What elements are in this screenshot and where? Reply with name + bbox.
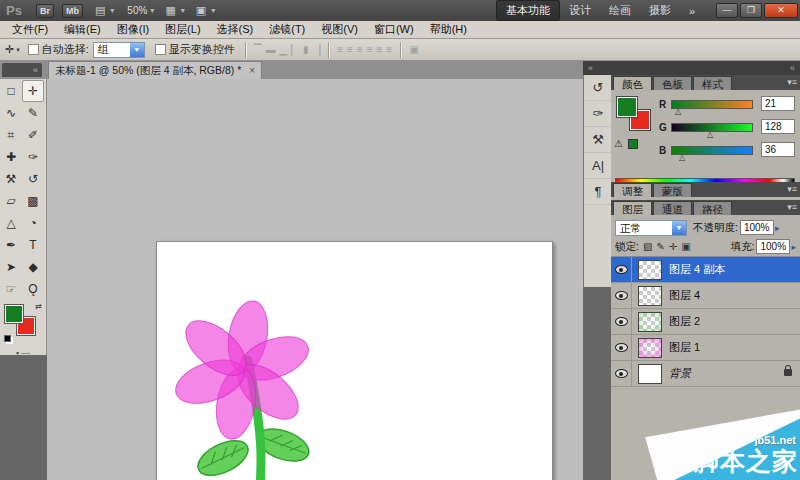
- bridge-icon[interactable]: Br: [36, 4, 54, 18]
- blend-mode-dropdown[interactable]: 正常 ▾: [615, 220, 687, 236]
- path-selection-tool[interactable]: ➤: [0, 256, 22, 278]
- blur-tool[interactable]: △: [0, 212, 22, 234]
- tab-layers[interactable]: 图层: [613, 201, 652, 215]
- restore-button[interactable]: ❐: [740, 3, 762, 18]
- tab-swatches[interactable]: 色板: [653, 76, 692, 90]
- chevron-down-icon[interactable]: ▾: [211, 6, 215, 15]
- screen-mode-icon[interactable]: ▣: [196, 4, 206, 17]
- chevron-down-icon[interactable]: ▾: [16, 46, 20, 54]
- menu-layer[interactable]: 图层(L): [157, 22, 208, 37]
- crop-tool[interactable]: ⌗: [0, 124, 22, 146]
- layer-row-layer4-copy[interactable]: 图层 4 副本: [611, 257, 800, 283]
- show-transform-checkbox[interactable]: [155, 44, 166, 55]
- workspace-design[interactable]: 设计: [560, 1, 600, 20]
- swap-colors-icon[interactable]: ⇄: [35, 302, 42, 311]
- menu-image[interactable]: 图像(I): [109, 22, 157, 37]
- view-extras-icon[interactable]: ▤: [95, 4, 105, 17]
- distribute-top-edges-icon[interactable]: ≡: [337, 44, 343, 55]
- layer-row-layer4[interactable]: 图层 4: [611, 283, 800, 309]
- minimize-button[interactable]: —: [716, 3, 738, 18]
- foreground-color-swatch[interactable]: [616, 96, 638, 118]
- fill-field[interactable]: 100%: [756, 239, 790, 254]
- distribute-horizontal-centers-icon[interactable]: ≡: [377, 44, 383, 55]
- chevron-down-icon[interactable]: ▾: [181, 6, 185, 15]
- chevron-down-icon[interactable]: ▾: [150, 6, 154, 15]
- hand-tool[interactable]: ☞: [0, 278, 22, 300]
- auto-select-checkbox[interactable]: [28, 44, 39, 55]
- workspace-photography[interactable]: 摄影: [640, 1, 680, 20]
- gamut-warning-icon[interactable]: ⚠: [614, 138, 623, 149]
- visibility-eye-icon[interactable]: [615, 317, 628, 326]
- visibility-eye-icon[interactable]: [615, 369, 628, 378]
- gamut-color-chip[interactable]: [628, 139, 638, 149]
- align-horizontal-centers-icon[interactable]: ▮: [303, 44, 309, 55]
- move-tool[interactable]: ✛: [22, 80, 44, 102]
- brush-panel-icon[interactable]: ✑: [584, 101, 612, 127]
- history-panel-icon[interactable]: ↺: [584, 75, 612, 101]
- red-slider[interactable]: [671, 100, 753, 109]
- visibility-eye-icon[interactable]: [615, 265, 628, 274]
- close-document-icon[interactable]: ×: [249, 65, 255, 76]
- workspace-essentials[interactable]: 基本功能: [496, 0, 560, 21]
- collapse-panels-icon[interactable]: «: [588, 63, 593, 73]
- layer-name[interactable]: 背景: [669, 366, 691, 381]
- green-slider-handle[interactable]: △: [707, 130, 713, 139]
- tab-channels[interactable]: 通道: [653, 201, 692, 215]
- paragraph-panel-icon[interactable]: ¶: [584, 179, 612, 205]
- menu-window[interactable]: 窗口(W): [366, 22, 422, 37]
- zoom-level[interactable]: 50%: [127, 5, 147, 16]
- tab-paths[interactable]: 路径: [693, 201, 732, 215]
- menu-view[interactable]: 视图(V): [313, 22, 366, 37]
- zoom-tool[interactable]: Ǫ: [22, 278, 44, 300]
- layer-thumbnail[interactable]: [638, 364, 662, 384]
- workspace-painting[interactable]: 绘画: [600, 1, 640, 20]
- lock-all-icon[interactable]: ▣: [681, 241, 690, 252]
- red-slider-handle[interactable]: △: [675, 107, 681, 116]
- menu-select[interactable]: 选择(S): [209, 22, 262, 37]
- distribute-right-edges-icon[interactable]: ≡: [386, 44, 392, 55]
- opacity-field[interactable]: 100%: [740, 220, 774, 235]
- brush-tool[interactable]: ✑: [22, 146, 44, 168]
- layer-thumbnail[interactable]: [638, 312, 662, 332]
- healing-brush-tool[interactable]: ✚: [0, 146, 22, 168]
- menu-help[interactable]: 帮助(H): [422, 22, 475, 37]
- close-button[interactable]: ✕: [764, 3, 798, 18]
- chevron-down-icon[interactable]: ▾: [110, 6, 114, 15]
- lock-paint-icon[interactable]: ✎: [656, 241, 664, 252]
- opacity-spinner-icon[interactable]: ▸: [775, 223, 780, 233]
- arrange-documents-icon[interactable]: ▦: [165, 4, 175, 17]
- panel-menu-icon[interactable]: ▾≡: [787, 202, 797, 212]
- lock-position-icon[interactable]: ✛: [669, 241, 677, 252]
- align-left-edges-icon[interactable]: ▏: [291, 44, 299, 55]
- history-brush-tool[interactable]: ↺: [22, 168, 44, 190]
- document-canvas[interactable]: [156, 241, 553, 480]
- align-vertical-centers-icon[interactable]: ▬: [266, 44, 276, 55]
- visibility-eye-icon[interactable]: [615, 291, 628, 300]
- menu-file[interactable]: 文件(F): [4, 22, 56, 37]
- tab-styles[interactable]: 样式: [693, 76, 732, 90]
- panel-menu-icon[interactable]: ▾≡: [787, 77, 797, 87]
- layer-name[interactable]: 图层 1: [669, 340, 700, 355]
- red-value-field[interactable]: 21: [761, 96, 795, 111]
- chevron-down-icon[interactable]: ▾: [672, 221, 686, 235]
- auto-select-dropdown[interactable]: 组 ▾: [93, 42, 145, 58]
- collapse-tools-icon[interactable]: «: [2, 63, 42, 77]
- dodge-tool[interactable]: ◔: [22, 212, 44, 234]
- layer-thumbnail[interactable]: [638, 260, 662, 280]
- layer-row-layer1[interactable]: 图层 1: [611, 335, 800, 361]
- foreground-color-swatch[interactable]: [4, 304, 24, 324]
- distribute-left-edges-icon[interactable]: ≡: [367, 44, 373, 55]
- eyedropper-tool[interactable]: ✐: [22, 124, 44, 146]
- distribute-vertical-centers-icon[interactable]: ≡: [347, 44, 353, 55]
- lock-transparent-icon[interactable]: ▧: [643, 241, 652, 252]
- visibility-eye-icon[interactable]: [615, 343, 628, 352]
- shape-tool[interactable]: ◆: [22, 256, 44, 278]
- workspace-overflow-icon[interactable]: »: [680, 3, 704, 19]
- layer-name[interactable]: 图层 2: [669, 314, 700, 329]
- eraser-tool[interactable]: ▱: [0, 190, 22, 212]
- mini-bridge-icon[interactable]: Mb: [62, 4, 83, 18]
- pen-tool[interactable]: ✒: [0, 234, 22, 256]
- layer-row-layer2[interactable]: 图层 2: [611, 309, 800, 335]
- collapse-panels-icon[interactable]: «: [790, 63, 795, 73]
- character-panel-icon[interactable]: A|: [584, 153, 612, 179]
